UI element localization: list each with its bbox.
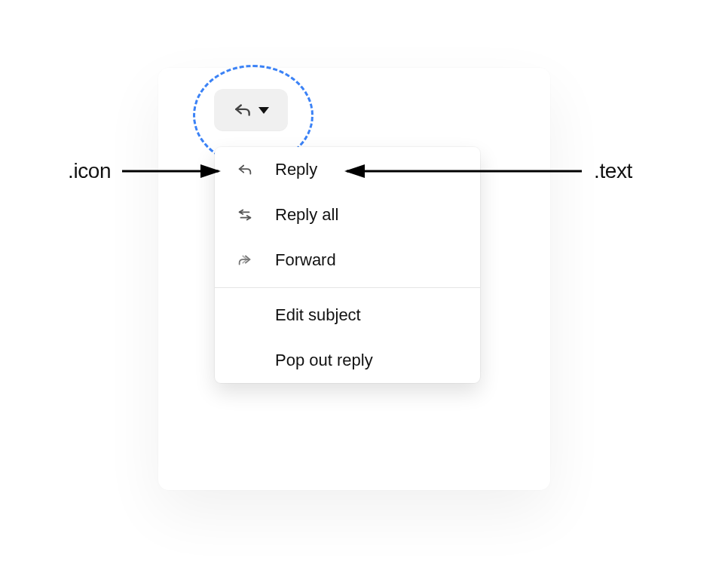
menu-item-label: Pop out reply: [275, 351, 460, 370]
reply-all-icon: [234, 207, 255, 223]
menu-item-reply-all[interactable]: Reply all: [215, 192, 480, 238]
annotation-text-label: .text: [594, 159, 632, 183]
menu-item-label: Edit subject: [275, 305, 460, 325]
arrow-right-to-text: [341, 164, 588, 179]
menu-item-forward[interactable]: Forward: [215, 238, 480, 283]
arrow-left-to-icon: [122, 164, 226, 179]
reply-icon: [234, 161, 255, 178]
menu-item-pop-out-reply[interactable]: • Pop out reply: [215, 338, 480, 383]
menu-separator: [215, 287, 480, 288]
reply-dropdown-menu: Reply Reply all Forward: [215, 147, 480, 383]
menu-item-label: Reply all: [275, 205, 460, 225]
forward-icon: [234, 252, 255, 268]
menu-item-edit-subject[interactable]: • Edit subject: [215, 293, 480, 338]
annotation-icon-label: .icon: [68, 159, 111, 183]
menu-item-label: Forward: [275, 250, 460, 270]
